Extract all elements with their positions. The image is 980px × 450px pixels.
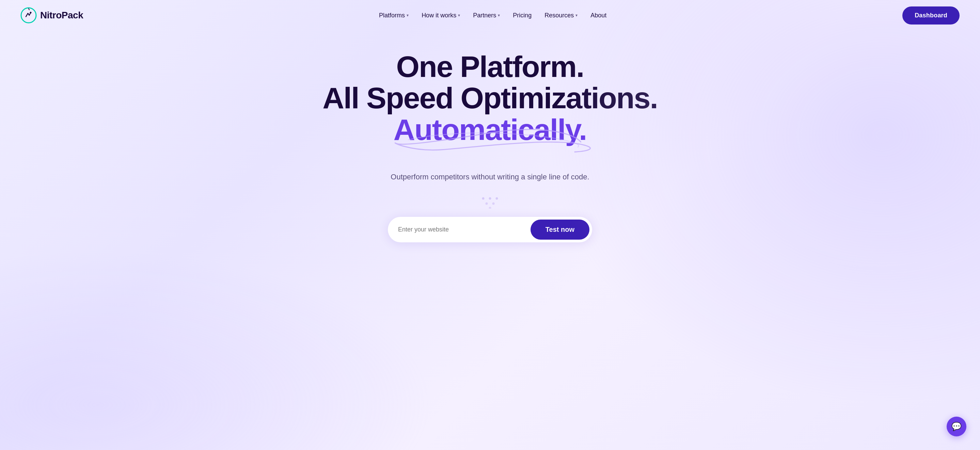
svg-line-2 [29, 8, 29, 10]
chat-widget[interactable]: 💬 [947, 417, 966, 436]
test-now-button[interactable]: Test now [531, 219, 589, 240]
navbar: NitroPack Platforms ▾ How it works ▾ Par… [0, 0, 980, 31]
logo-icon [21, 7, 37, 24]
nav-item-resources: Resources ▾ [539, 9, 583, 22]
svg-point-1 [30, 12, 32, 14]
chat-icon: 💬 [951, 422, 962, 431]
nav-item-platforms: Platforms ▾ [374, 9, 414, 22]
svg-point-0 [21, 8, 36, 23]
website-input[interactable] [398, 226, 531, 233]
nav-links: Platforms ▾ How it works ▾ Partners ▾ Pr… [374, 9, 612, 22]
dots-decoration [480, 195, 500, 210]
nav-item-pricing: Pricing [508, 9, 537, 22]
svg-point-6 [485, 202, 488, 205]
logo-link[interactable]: NitroPack [21, 7, 83, 24]
hero-line3: Automatically. [394, 114, 587, 145]
svg-point-5 [496, 197, 498, 200]
hero-title: One Platform. All Speed Optimizations. A… [323, 51, 657, 145]
svg-point-7 [492, 202, 495, 205]
nav-link-resources[interactable]: Resources ▾ [539, 9, 583, 22]
nav-item-how-it-works: How it works ▾ [416, 9, 466, 22]
chevron-down-icon: ▾ [407, 13, 409, 18]
nav-link-about[interactable]: About [585, 9, 612, 22]
dashboard-button[interactable]: Dashboard [902, 6, 959, 24]
logo-text: NitroPack [40, 10, 83, 21]
hero-subtitle: Outperform competitors without writing a… [391, 173, 589, 181]
chevron-down-icon: ▾ [458, 13, 460, 18]
hero-line1: One Platform. [396, 50, 584, 83]
chevron-down-icon: ▾ [576, 13, 578, 18]
nav-item-partners: Partners ▾ [468, 9, 505, 22]
nav-link-how-it-works[interactable]: How it works ▾ [416, 9, 466, 22]
chevron-down-icon: ▾ [498, 13, 500, 18]
nav-link-platforms[interactable]: Platforms ▾ [374, 9, 414, 22]
cta-bar: Test now [388, 217, 592, 242]
svg-point-8 [489, 207, 492, 209]
hero-section: One Platform. All Speed Optimizations. A… [0, 31, 980, 270]
nav-link-pricing[interactable]: Pricing [508, 9, 537, 22]
svg-point-3 [482, 197, 485, 200]
nav-link-partners[interactable]: Partners ▾ [468, 9, 505, 22]
hero-line2: All Speed Optimizations. [323, 81, 657, 115]
svg-point-4 [489, 197, 492, 200]
nav-item-about: About [585, 9, 612, 22]
